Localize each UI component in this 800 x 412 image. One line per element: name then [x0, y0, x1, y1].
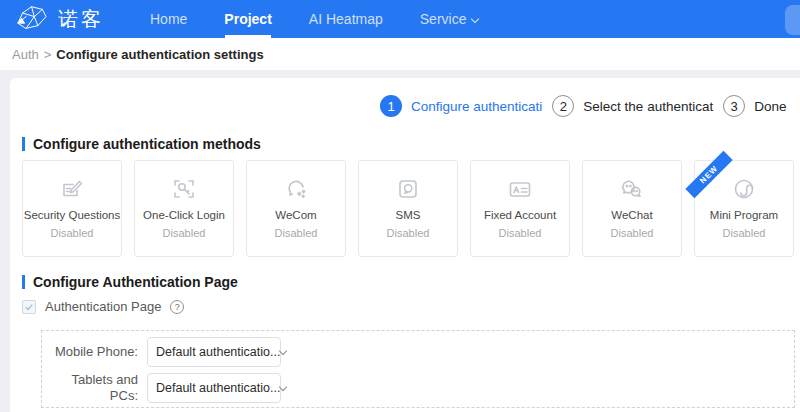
step-2-select: 2 Select the authenticat: [552, 95, 713, 117]
step-2-label: Select the authenticat: [583, 99, 713, 114]
breadcrumb-separator: >: [44, 47, 52, 62]
check-icon: [24, 302, 34, 312]
nav-right-button[interactable]: [785, 5, 800, 35]
step-1-configure: 1 Configure authenticati: [380, 95, 542, 117]
chevron-down-icon: [471, 15, 479, 23]
wechat-icon: [583, 173, 681, 205]
step-3-done: 3 Done: [723, 95, 786, 117]
auth-page-checkbox-row: Authentication Page ?: [22, 299, 184, 314]
auth-page-checkbox[interactable]: [22, 300, 36, 314]
chevron-down-icon: [279, 383, 287, 391]
step-3-label: Done: [754, 99, 786, 114]
card-one-click-login[interactable]: One-Click Login Disabled: [134, 160, 234, 257]
brand-logo-icon: [16, 4, 49, 35]
sms-icon: [359, 173, 457, 205]
wizard-stepper: 1 Configure authenticati 2 Select the au…: [380, 95, 786, 117]
auth-page-settings-box: Mobile Phone: Default authenticatio... T…: [41, 330, 795, 408]
breadcrumb: Auth > Configure authentication settings: [0, 38, 800, 70]
tablets-pcs-field-row: Tablets and PCs: Default authenticatio..…: [42, 372, 794, 405]
mobile-phone-label: Mobile Phone:: [42, 344, 138, 360]
card-security-questions[interactable]: Security Questions Disabled: [22, 160, 122, 257]
card-status: Disabled: [135, 227, 233, 239]
card-status: Disabled: [583, 227, 681, 239]
card-status: Disabled: [247, 227, 345, 239]
card-sms[interactable]: SMS Disabled: [358, 160, 458, 257]
nav-item-service[interactable]: Service: [420, 0, 479, 38]
card-status: Disabled: [359, 227, 457, 239]
section-accent-bar: [22, 137, 25, 151]
brand[interactable]: 诺客: [16, 4, 104, 35]
auth-page-section-title: Configure Authentication Page: [33, 274, 238, 290]
tablets-pcs-select-value: Default authenticatio...: [156, 381, 280, 395]
mobile-phone-select[interactable]: Default authenticatio...: [147, 337, 281, 367]
one-click-login-icon: [135, 173, 233, 205]
card-status: Disabled: [23, 227, 121, 239]
card-wecom[interactable]: WeCom Disabled: [246, 160, 346, 257]
card-title: WeCom: [247, 209, 345, 221]
section-accent-bar: [22, 275, 25, 289]
card-title: Mini Program: [695, 209, 793, 221]
wecom-icon: [247, 173, 345, 205]
step-2-number: 2: [552, 95, 574, 117]
step-1-label: Configure authenticati: [411, 99, 542, 114]
card-title: Security Questions: [23, 209, 121, 221]
card-wechat[interactable]: WeChat Disabled: [582, 160, 682, 257]
nav-item-project[interactable]: Project: [224, 0, 271, 38]
card-title: One-Click Login: [135, 209, 233, 221]
nav-item-ai-heatmap[interactable]: AI Heatmap: [309, 0, 383, 38]
card-title: SMS: [359, 209, 457, 221]
step-3-number: 3: [723, 95, 745, 117]
main-panel: 1 Configure authenticati 2 Select the au…: [10, 78, 800, 412]
methods-section-title: Configure authentication methods: [33, 136, 261, 152]
mobile-phone-select-value: Default authenticatio...: [156, 345, 280, 359]
brand-name: 诺客: [58, 6, 104, 33]
card-status: Disabled: [471, 227, 569, 239]
security-questions-icon: [23, 173, 121, 205]
nav-item-home[interactable]: Home: [150, 0, 187, 38]
id-card-icon: [471, 173, 569, 205]
step-1-number: 1: [380, 95, 402, 117]
auth-page-checkbox-label: Authentication Page: [45, 299, 161, 314]
chevron-down-icon: [279, 346, 287, 354]
method-cards: Security Questions Disabled One-Click Lo…: [22, 160, 794, 257]
card-fixed-account[interactable]: Fixed Account Disabled: [470, 160, 570, 257]
tablets-pcs-label: Tablets and PCs:: [42, 372, 138, 405]
card-mini-program[interactable]: NEW Mini Program Disabled: [694, 160, 794, 257]
help-icon[interactable]: ?: [170, 300, 184, 314]
auth-page-section-header: Configure Authentication Page: [22, 274, 238, 290]
top-nav: 诺客 Home Project AI Heatmap Service: [0, 0, 800, 38]
nav-menu: Home Project AI Heatmap Service: [150, 0, 478, 38]
methods-section-header: Configure authentication methods: [22, 136, 261, 152]
tablets-pcs-select[interactable]: Default authenticatio...: [147, 373, 281, 403]
page-title: Configure authentication settings: [56, 47, 263, 62]
breadcrumb-section[interactable]: Auth: [12, 47, 39, 62]
mobile-phone-field-row: Mobile Phone: Default authenticatio...: [42, 337, 794, 367]
card-title: Fixed Account: [471, 209, 569, 221]
card-title: WeChat: [583, 209, 681, 221]
card-status: Disabled: [695, 227, 793, 239]
